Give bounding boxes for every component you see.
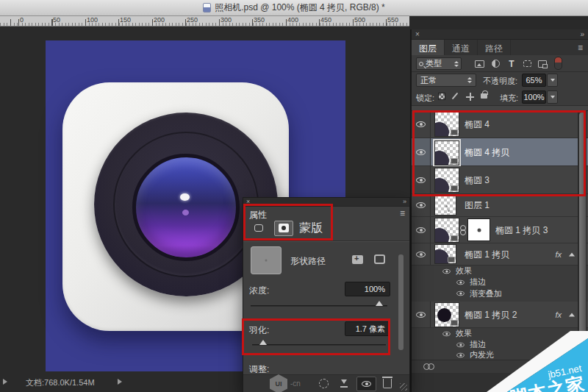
eye-icon[interactable]	[456, 352, 464, 357]
layer-visibility-toggle[interactable]	[412, 194, 431, 216]
lock-all-icon[interactable]	[481, 90, 487, 99]
eye-icon[interactable]	[456, 279, 464, 284]
eye-icon[interactable]	[442, 268, 450, 273]
layer-thumbnail[interactable]	[434, 195, 456, 215]
status-scroll-arrow-icon[interactable]	[3, 379, 7, 385]
apply-mask-icon[interactable]	[340, 379, 348, 388]
layer-row-ellipse-1-copy-3[interactable]: 椭圆 1 拷贝 3	[412, 217, 588, 243]
layer-filtering-switch[interactable]	[554, 57, 562, 70]
mask-thumbnail[interactable]	[251, 246, 282, 274]
layer-row-layer-1[interactable]: 图层 1	[412, 194, 588, 217]
properties-scrollbar-thumb[interactable]	[398, 254, 404, 350]
layer-visibility-toggle[interactable]	[412, 302, 431, 327]
layer-visibility-toggle[interactable]	[412, 217, 431, 243]
link-layers-icon[interactable]	[423, 363, 435, 370]
feather-slider-thumb[interactable]	[259, 340, 267, 345]
properties-panel-toolbar	[243, 374, 409, 392]
tab-paths[interactable]: 路径	[478, 40, 511, 55]
fill-value-field[interactable]: 100%	[522, 90, 546, 104]
layer-row-ellipse-4-copy-selected[interactable]: 椭圆 4 拷贝	[412, 138, 588, 166]
ruler-label: 450	[320, 16, 331, 24]
density-slider-track[interactable]	[251, 305, 387, 307]
blend-mode-dropdown[interactable]: 正常	[416, 74, 476, 87]
effects-group-row[interactable]: 效果	[412, 266, 581, 277]
mask-label: 蒙版	[299, 221, 323, 236]
tab-channels[interactable]: 通道	[445, 40, 478, 55]
layer-thumbnail[interactable]	[434, 302, 459, 327]
filter-adjustment-layers-icon[interactable]	[490, 58, 501, 69]
tab-layers[interactable]: 图层	[412, 40, 445, 55]
close-icon[interactable]: ×	[415, 31, 420, 38]
feather-slider-track[interactable]	[252, 344, 386, 346]
effect-row-stroke[interactable]: 描边	[412, 277, 581, 288]
layer-name[interactable]: 椭圆 1 拷贝 3	[495, 224, 548, 236]
collapse-panel-icon[interactable]: »	[403, 199, 406, 205]
lock-transparency-icon[interactable]	[438, 93, 445, 100]
layer-name[interactable]: 椭圆 4 拷贝	[465, 146, 509, 158]
layer-mask-thumbnail[interactable]	[467, 218, 490, 241]
ruler-label: 300	[220, 16, 232, 24]
layer-visibility-toggle[interactable]	[412, 166, 431, 193]
collapse-panel-icon[interactable]: »	[580, 31, 584, 38]
layer-name[interactable]: 椭圆 1 拷贝	[465, 248, 509, 260]
eye-icon[interactable]	[442, 331, 450, 335]
filter-shape-layers-icon[interactable]	[521, 58, 533, 69]
fill-dropdown-button[interactable]	[547, 90, 558, 104]
layer-thumbnail[interactable]	[434, 218, 459, 243]
layer-row-ellipse-3[interactable]: 椭圆 3	[412, 166, 588, 194]
feather-value-field[interactable]: 1.7 像素	[345, 321, 390, 336]
layer-row-ellipse-4[interactable]: 椭圆 4	[412, 111, 588, 138]
layer-name[interactable]: 椭圆 1 拷贝 2	[465, 308, 517, 321]
effect-row-gradient-overlay[interactable]: 渐变叠加	[412, 288, 581, 299]
layer-visibility-toggle[interactable]	[412, 243, 431, 265]
opacity-dropdown-button[interactable]	[547, 74, 558, 87]
layer-row-ellipse-1-copy[interactable]: 椭圆 1 拷贝 fx	[412, 243, 588, 266]
layers-scrollbar-thumb[interactable]	[579, 113, 586, 368]
panel-menu-icon[interactable]: ≡	[573, 40, 588, 55]
density-label: 浓度:	[249, 285, 269, 297]
layer-visibility-toggle[interactable]	[412, 138, 431, 165]
panel-resize-grip[interactable]	[400, 383, 407, 391]
lock-position-move-icon[interactable]	[466, 93, 474, 101]
fx-badge[interactable]: fx	[555, 250, 562, 259]
layer-thumbnail[interactable]	[434, 112, 459, 137]
close-icon[interactable]: ×	[246, 199, 250, 205]
disable-mask-button-active[interactable]	[356, 377, 376, 391]
filter-type-dropdown[interactable]: 类型	[416, 57, 462, 70]
collapse-effects-icon[interactable]	[569, 313, 575, 316]
eye-icon[interactable]	[456, 342, 464, 346]
filter-smart-objects-icon[interactable]	[537, 58, 548, 69]
feather-label: 羽化:	[249, 324, 269, 337]
layer-thumbnail[interactable]	[434, 168, 459, 193]
status-options-arrow-icon[interactable]	[118, 379, 122, 385]
lock-pixels-brush-icon[interactable]	[454, 92, 456, 100]
layer-thumbnail[interactable]	[434, 140, 459, 165]
effect-row-stroke[interactable]: 描边	[412, 339, 581, 350]
vector-mask-badge-icon	[448, 257, 455, 263]
panel-menu-icon[interactable]: ≡	[400, 208, 405, 218]
layer-name[interactable]: 椭圆 3	[465, 174, 490, 186]
mask-link-icon[interactable]	[460, 225, 465, 235]
layer-visibility-toggle[interactable]	[412, 111, 431, 138]
density-slider-thumb[interactable]	[376, 301, 383, 306]
add-mask-icon[interactable]	[352, 255, 363, 264]
collapse-effects-icon[interactable]	[569, 252, 575, 256]
layers-scrollbar-track[interactable]	[578, 111, 587, 374]
vector-mask-icon[interactable]	[374, 254, 385, 264]
live-shape-properties-button[interactable]	[249, 221, 268, 236]
fx-badge[interactable]: fx	[555, 310, 562, 319]
effects-group-row[interactable]: 效果	[412, 328, 581, 339]
filter-type-layers-icon[interactable]: T	[506, 58, 517, 69]
layer-row-ellipse-1-copy-2[interactable]: 椭圆 1 拷贝 2 fx	[412, 302, 588, 328]
masks-button-selected[interactable]	[274, 221, 293, 236]
layer-name[interactable]: 图层 1	[465, 199, 490, 212]
effect-row-inner-glow-clipped[interactable]: 内发光	[412, 350, 581, 360]
eye-icon[interactable]	[456, 291, 464, 296]
delete-mask-trash-icon[interactable]	[383, 379, 392, 388]
load-selection-from-mask-icon[interactable]	[319, 379, 329, 388]
layer-name[interactable]: 椭圆 4	[465, 118, 490, 131]
density-value-field[interactable]: 100%	[345, 282, 390, 296]
layer-thumbnail[interactable]	[434, 244, 456, 264]
opacity-value-field[interactable]: 65%	[522, 74, 546, 87]
filter-pixel-layers-icon[interactable]	[473, 58, 485, 69]
